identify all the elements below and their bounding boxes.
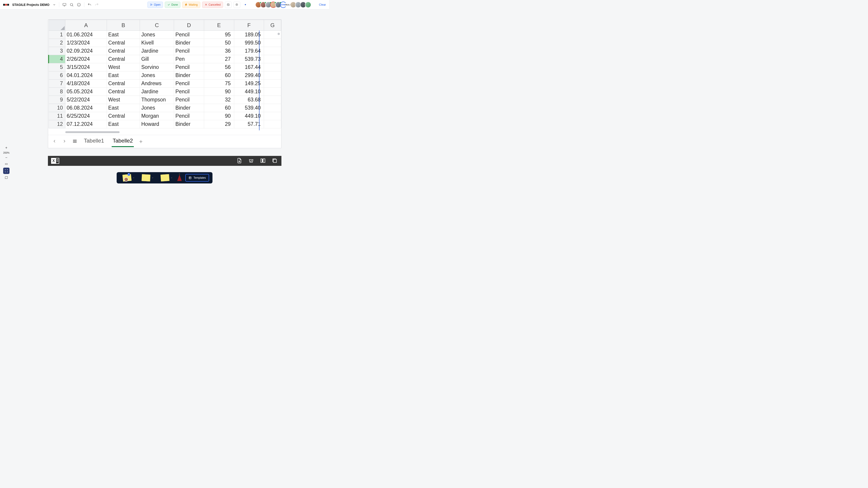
cell[interactable]: Central — [107, 39, 140, 47]
cell[interactable]: Pencil — [174, 96, 204, 104]
row-header[interactable]: 4 — [49, 55, 65, 63]
cell[interactable] — [264, 63, 281, 71]
cell[interactable]: 2/26/2024 — [65, 55, 107, 63]
cell[interactable]: East — [107, 31, 140, 39]
cell[interactable]: 999.50 — [234, 39, 264, 47]
cell[interactable] — [264, 112, 281, 120]
cell[interactable]: Pencil — [174, 31, 204, 39]
status-waiting-button[interactable]: Waiting — [182, 2, 200, 8]
cell[interactable] — [264, 39, 281, 47]
cell[interactable]: Central — [107, 112, 140, 120]
calendar-add-button[interactable] — [225, 2, 232, 8]
fit-icon[interactable] — [3, 161, 10, 167]
cell[interactable]: 179.64 — [234, 47, 264, 55]
cell[interactable]: 01.06.2024 — [65, 31, 107, 39]
search-icon[interactable] — [70, 3, 74, 7]
cell[interactable]: Morgan — [140, 112, 174, 120]
cell[interactable]: Binder — [174, 71, 204, 79]
cell[interactable]: 05.05.2024 — [65, 88, 107, 96]
column-header[interactable]: B — [107, 20, 140, 31]
column-header[interactable]: C — [140, 20, 174, 31]
export-button[interactable] — [234, 2, 240, 8]
cell[interactable]: West — [107, 63, 140, 71]
status-cancelled-button[interactable]: Cancelled — [202, 2, 223, 8]
row-header[interactable]: 5 — [49, 63, 65, 71]
cell[interactable]: 50 — [204, 39, 234, 47]
status-done-button[interactable]: Done — [165, 2, 180, 8]
row-header[interactable]: 8 — [49, 88, 65, 96]
grid-viewport[interactable]: ABCDEFG101.06.2024EastJonesPencil95189.0… — [48, 20, 281, 130]
cell[interactable]: Jardine — [140, 47, 174, 55]
spreadsheet-widget[interactable]: ABCDEFG101.06.2024EastJonesPencil95189.0… — [48, 20, 281, 148]
cell[interactable]: 60 — [204, 104, 234, 112]
cell[interactable]: 32 — [204, 96, 234, 104]
cell[interactable]: 90 — [204, 112, 234, 120]
column-header[interactable]: D — [174, 20, 204, 31]
zoom-out-button[interactable]: − — [3, 155, 10, 160]
sheet-tab[interactable]: Tabelle1 — [83, 136, 105, 147]
diamond-button[interactable] — [242, 2, 249, 8]
row-header[interactable]: 10 — [49, 104, 65, 112]
row-header[interactable]: 12 — [49, 120, 65, 128]
cell[interactable]: 95 — [204, 31, 234, 39]
cell[interactable]: 149.25 — [234, 79, 264, 88]
chevron-down-icon[interactable] — [53, 3, 56, 6]
column-header[interactable]: G — [264, 20, 281, 31]
download-icon[interactable] — [236, 158, 243, 164]
cell[interactable]: Pen — [174, 55, 204, 63]
cell[interactable]: Howard — [140, 120, 174, 128]
cell[interactable]: 5/22/2024 — [65, 96, 107, 104]
row-header[interactable]: 9 — [49, 96, 65, 104]
cell[interactable]: 167.44 — [234, 63, 264, 71]
sheet-tab[interactable]: Tabelle2 — [112, 136, 133, 147]
cell[interactable] — [264, 96, 281, 104]
cell[interactable]: Pencil — [174, 47, 204, 55]
cell[interactable]: 4/18/2024 — [65, 79, 107, 88]
status-open-button[interactable]: Open — [147, 2, 163, 8]
cell[interactable]: 539.40 — [234, 104, 264, 112]
cell[interactable]: 449.10 — [234, 88, 264, 96]
row-header[interactable]: 3 — [49, 47, 65, 55]
column-header[interactable]: F — [234, 20, 264, 31]
sheet-next-button[interactable] — [62, 139, 67, 144]
cell[interactable]: Binder — [174, 39, 204, 47]
sticky-note-avatar-tool[interactable] — [118, 173, 135, 182]
cell[interactable]: 02.09.2024 — [65, 47, 107, 55]
cell[interactable]: Binder — [174, 120, 204, 128]
row-header[interactable]: 6 — [49, 71, 65, 79]
add-sheet-button[interactable]: + — [139, 138, 143, 145]
cell[interactable] — [264, 104, 281, 112]
cell[interactable]: 3/15/2024 — [65, 63, 107, 71]
horizontal-scroll-thumb[interactable] — [65, 131, 120, 133]
cell[interactable]: 90 — [204, 88, 234, 96]
row-header[interactable]: 2 — [49, 39, 65, 47]
pen-tool[interactable] — [175, 173, 184, 182]
popout-icon[interactable] — [272, 158, 278, 164]
cell[interactable]: 06.08.2024 — [65, 104, 107, 112]
approve-icon[interactable] — [248, 158, 255, 164]
row-header[interactable]: 1 — [49, 31, 65, 39]
row-header[interactable]: 11 — [49, 112, 65, 120]
select-all-corner[interactable] — [49, 20, 65, 31]
cell[interactable]: 07.12.2024 — [65, 120, 107, 128]
info-icon[interactable] — [77, 3, 81, 7]
cell[interactable]: 29 — [204, 120, 234, 128]
cell[interactable]: 56 — [204, 63, 234, 71]
cell[interactable]: East — [107, 71, 140, 79]
cell[interactable]: Pencil — [174, 79, 204, 88]
cell[interactable]: 539.73 — [234, 55, 264, 63]
cell[interactable]: Sorvino — [140, 63, 174, 71]
cell[interactable]: 189.05 — [234, 31, 264, 39]
cell[interactable] — [264, 47, 281, 55]
cell[interactable]: Andrews — [140, 79, 174, 88]
cell[interactable]: Pencil — [174, 88, 204, 96]
cell[interactable]: 63.68 — [234, 96, 264, 104]
present-icon[interactable] — [62, 3, 66, 7]
cell[interactable]: Central — [107, 88, 140, 96]
cell[interactable]: 1/23/2024 — [65, 39, 107, 47]
cell[interactable]: Jones — [140, 31, 174, 39]
cell[interactable]: 6/25/2024 — [65, 112, 107, 120]
cell[interactable]: East — [107, 120, 140, 128]
cell[interactable]: Central — [107, 47, 140, 55]
cell[interactable]: Jones — [140, 104, 174, 112]
